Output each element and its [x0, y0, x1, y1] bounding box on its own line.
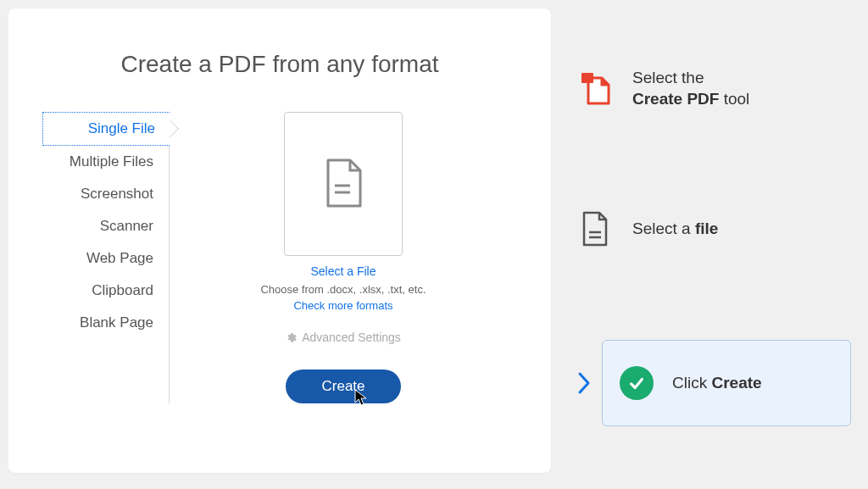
main-area: Select a File Choose from .docx, .xlsx, … [170, 112, 517, 403]
check-circle-icon [620, 366, 654, 400]
tab-scanner[interactable]: Scanner [42, 210, 169, 242]
step-1-prefix: Select the [632, 69, 704, 86]
tab-label: Scanner [100, 218, 153, 234]
document-icon [323, 158, 364, 209]
tab-label: Blank Page [80, 314, 153, 331]
create-pdf-icon [578, 71, 612, 107]
step-1: Select the Create PDF tool [576, 68, 851, 109]
hint-text: Choose from .docx, .xlsx, .txt, etc. [260, 283, 426, 296]
steps-panel: Select the Create PDF tool Select a file [559, 0, 868, 489]
tab-screenshot[interactable]: Screenshot [42, 178, 169, 210]
tab-label: Web Page [86, 250, 153, 266]
content-row: Single File Multiple Files Screenshot Sc… [42, 112, 517, 403]
tab-web-page[interactable]: Web Page [42, 242, 169, 275]
tab-single-file[interactable]: Single File [42, 112, 170, 146]
step-1-icon-box [576, 71, 614, 107]
create-pdf-panel: Create a PDF from any format Single File… [8, 8, 551, 473]
step-2: Select a file [576, 211, 851, 247]
chevron-right-icon [576, 370, 592, 396]
tab-clipboard[interactable]: Clipboard [42, 275, 169, 307]
select-file-link[interactable]: Select a File [310, 264, 376, 278]
file-icon [581, 211, 609, 247]
tab-label: Multiple Files [70, 153, 153, 169]
step-3-prefix: Click [672, 374, 711, 392]
tab-label: Screenshot [81, 186, 153, 202]
tab-label: Single File [88, 120, 155, 136]
step-1-bold: Create PDF [632, 90, 719, 108]
step-2-prefix: Select a [632, 219, 695, 237]
step-2-icon-box [576, 211, 614, 247]
tab-label: Clipboard [92, 282, 153, 298]
step-2-text: Select a file [632, 219, 718, 240]
svg-rect-2 [581, 73, 593, 83]
tab-blank-page[interactable]: Blank Page [42, 307, 169, 339]
create-button[interactable]: Create [286, 370, 400, 403]
panel-title: Create a PDF from any format [59, 51, 500, 78]
check-icon [627, 374, 646, 392]
step-2-bold: file [695, 219, 718, 237]
tab-multiple-files[interactable]: Multiple Files [42, 146, 169, 178]
step-1-text: Select the Create PDF tool [632, 68, 749, 109]
cursor-icon [353, 388, 369, 407]
step-3-bold: Create [711, 374, 761, 392]
gear-icon [286, 332, 297, 343]
step-3-text: Click Create [672, 373, 762, 394]
step-3-container: Click Create [576, 340, 851, 426]
step-1-suffix: tool [719, 90, 749, 108]
advanced-settings: Advanced Settings [286, 331, 401, 344]
advanced-settings-label: Advanced Settings [302, 331, 401, 344]
check-formats-link[interactable]: Check more formats [293, 299, 392, 312]
step-3-box: Click Create [602, 340, 851, 426]
file-dropzone[interactable] [284, 112, 403, 256]
tab-list: Single File Multiple Files Screenshot Sc… [42, 112, 170, 403]
